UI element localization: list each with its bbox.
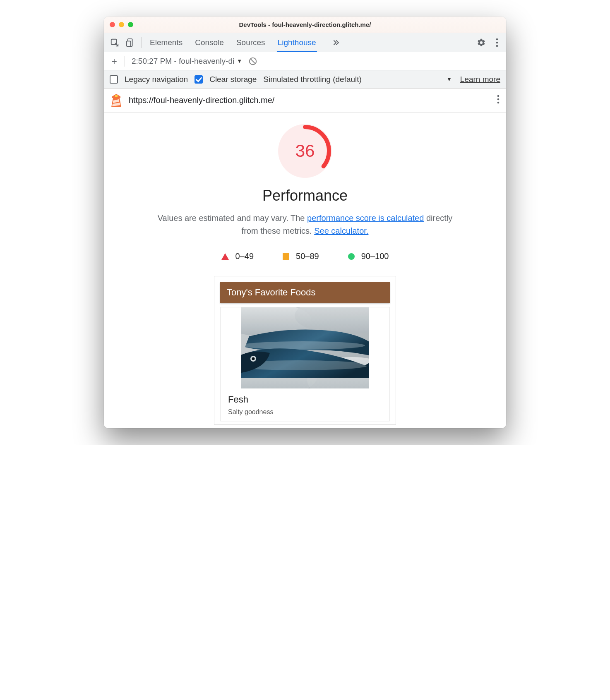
report-run-label: 2:50:27 PM - foul-heavenly-di: [132, 57, 234, 66]
lighthouse-run-toolbar: ＋ 2:50:27 PM - foul-heavenly-di ▼: [104, 52, 506, 70]
svg-rect-26: [241, 307, 369, 388]
learn-more-link[interactable]: Learn more: [460, 75, 500, 84]
inspect-element-icon[interactable]: [110, 38, 120, 48]
tab-lighthouse[interactable]: Lighthouse: [278, 33, 316, 52]
tested-url: https://foul-heavenly-direction.glitch.m…: [129, 96, 274, 105]
chevron-down-icon: ▼: [237, 58, 242, 64]
legacy-navigation-label: Legacy navigation: [125, 75, 188, 84]
throttling-label: Simulated throttling (default): [263, 75, 362, 84]
svg-rect-9: [115, 95, 118, 97]
perf-score-calc-link[interactable]: performance score is calculated: [307, 213, 424, 223]
svg-point-13: [497, 95, 500, 97]
tab-list: Elements Console Sources Lighthouse: [150, 33, 341, 52]
titlebar: DevTools - foul-heavenly-direction.glitc…: [104, 17, 506, 33]
score-legend: 0–49 50–89 90–100: [104, 252, 506, 261]
svg-point-14: [497, 98, 500, 101]
traffic-lights: [110, 22, 133, 27]
tab-sources[interactable]: Sources: [236, 33, 265, 52]
svg-line-7: [251, 59, 255, 63]
chevron-down-icon[interactable]: ▼: [447, 76, 452, 82]
svg-point-3: [496, 38, 498, 40]
clear-report-icon[interactable]: [248, 56, 258, 66]
category-title: Performance: [104, 187, 506, 204]
svg-point-5: [496, 45, 498, 47]
preview-item-title: Fesh: [228, 394, 382, 405]
devtools-tabs-bar: Elements Console Sources Lighthouse: [104, 33, 506, 52]
report-run-dropdown[interactable]: 2:50:27 PM - foul-heavenly-di ▼: [132, 57, 242, 66]
devtools-window: DevTools - foul-heavenly-direction.glitc…: [104, 17, 506, 428]
clear-storage-label: Clear storage: [209, 75, 257, 84]
tab-elements[interactable]: Elements: [150, 33, 183, 52]
close-window-button[interactable]: [110, 22, 115, 27]
zoom-window-button[interactable]: [128, 22, 133, 27]
lighthouse-logo-icon: [110, 94, 122, 107]
legend-high-label: 90–100: [361, 252, 389, 261]
device-toolbar-icon[interactable]: [125, 38, 135, 48]
lighthouse-report: 36 Performance Values are estimated and …: [104, 113, 506, 428]
separator: [141, 37, 142, 48]
separator: [125, 56, 125, 67]
see-calculator-link[interactable]: See calculator.: [314, 226, 368, 235]
tab-console[interactable]: Console: [195, 33, 224, 52]
lighthouse-options-bar: Legacy navigation Clear storage Simulate…: [104, 70, 506, 89]
legend-mid-label: 50–89: [296, 252, 319, 261]
preview-item-subtitle: Salty goodness: [228, 408, 382, 416]
report-menu-icon[interactable]: [497, 95, 500, 106]
window-title: DevTools - foul-heavenly-direction.glitc…: [104, 21, 506, 28]
circle-icon: [348, 253, 355, 260]
more-options-icon[interactable]: [492, 38, 502, 48]
svg-point-15: [497, 102, 500, 104]
settings-gear-icon[interactable]: [476, 38, 486, 48]
triangle-icon: [221, 253, 229, 260]
legend-low: 0–49: [221, 252, 254, 261]
svg-rect-2: [127, 41, 131, 46]
square-icon: [283, 253, 289, 260]
page-screenshot-preview: Tony's Favorite Foods: [214, 276, 396, 425]
new-report-button[interactable]: ＋: [110, 55, 119, 67]
legend-mid: 50–89: [283, 252, 319, 261]
performance-score-gauge: 36: [278, 124, 332, 178]
fish-image-icon: [241, 307, 369, 388]
desc-text: Values are estimated and may vary. The: [158, 213, 307, 223]
legacy-navigation-checkbox[interactable]: [110, 75, 118, 84]
preview-card: Fesh Salty goodness: [220, 307, 390, 421]
performance-score-value: 36: [278, 124, 332, 178]
preview-heading: Tony's Favorite Foods: [220, 282, 390, 303]
legend-low-label: 0–49: [235, 252, 254, 261]
svg-point-4: [496, 41, 498, 43]
legend-high: 90–100: [348, 252, 389, 261]
category-description: Values are estimated and may vary. The p…: [152, 212, 458, 237]
minimize-window-button[interactable]: [119, 22, 124, 27]
clear-storage-checkbox[interactable]: [195, 75, 203, 84]
report-url-bar: https://foul-heavenly-direction.glitch.m…: [104, 89, 506, 113]
more-tabs-icon[interactable]: [331, 38, 341, 48]
